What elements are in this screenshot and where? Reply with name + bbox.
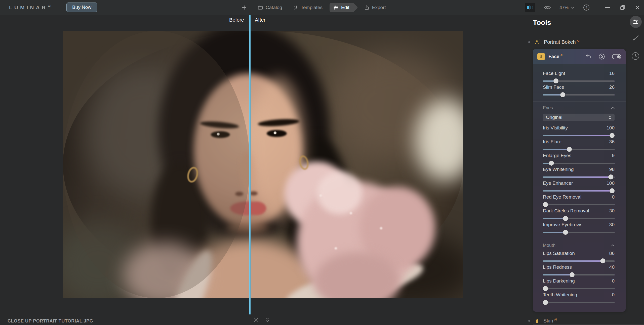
- slider-value: 0: [612, 292, 615, 298]
- slider-label: Lips Darkening: [543, 278, 575, 284]
- collapse-eyes-button[interactable]: [611, 107, 615, 109]
- slider-label: Iris Flare: [543, 139, 561, 145]
- slider-track[interactable]: [543, 286, 615, 291]
- reject-photo-button[interactable]: [254, 317, 259, 322]
- local-adjustments-button[interactable]: [631, 35, 639, 42]
- eyes-preset-dropdown[interactable]: Original: [543, 114, 615, 121]
- tool-item-label: SkinAI: [543, 318, 557, 324]
- tool-item-portrait-bokeh[interactable]: Portrait BokehAI: [533, 38, 626, 46]
- slider-head: Iris Visibility 100: [543, 125, 615, 131]
- slider-knob[interactable]: [553, 78, 558, 83]
- slider-knob[interactable]: [608, 174, 613, 179]
- edit-mask-button[interactable]: [598, 53, 605, 60]
- slider-knob[interactable]: [610, 188, 615, 193]
- slider-track[interactable]: [543, 78, 615, 83]
- slider-track[interactable]: [543, 272, 615, 277]
- tool-item-skin[interactable]: SkinAI: [533, 317, 626, 325]
- slider-row: Enlarge Eyes 9: [543, 153, 615, 166]
- collapse-mouth-button[interactable]: [611, 244, 615, 247]
- chevron-down-icon: [571, 7, 575, 9]
- slider-rail: [543, 204, 615, 205]
- heart-icon: [265, 317, 270, 322]
- magic-wand-icon: [293, 5, 298, 10]
- slider-track[interactable]: [543, 300, 615, 305]
- slider-head: Lips Redness 40: [543, 264, 615, 270]
- tab-edit[interactable]: Edit: [330, 3, 354, 12]
- slider-head: Improve Eyebrows 30: [543, 222, 615, 228]
- tab-templates[interactable]: Templates: [289, 3, 326, 12]
- slider-track[interactable]: [543, 133, 615, 138]
- close-window-button[interactable]: [635, 6, 639, 10]
- slider-track[interactable]: [543, 202, 615, 207]
- filename-label: CLOSE UP PORTRAIT TUTORIAL.JPG: [8, 318, 93, 324]
- slider-rail: [543, 190, 615, 192]
- slider-row: Lips Darkening 0: [543, 278, 615, 291]
- slider-track[interactable]: [543, 92, 615, 97]
- eyes-section: Eyes Original Iris Visibility 100: [533, 101, 626, 239]
- edit-tools-rail-button[interactable]: [630, 16, 642, 28]
- dropdown-chevrons-icon: [609, 115, 612, 119]
- photo-eye-glint: [274, 131, 276, 134]
- ai-badge: AI: [577, 39, 580, 42]
- add-photos-button[interactable]: [238, 3, 251, 12]
- minimize-icon: [605, 7, 610, 8]
- help-button[interactable]: ?: [583, 4, 590, 11]
- slider-track[interactable]: [543, 174, 615, 179]
- slider-value: 100: [607, 125, 615, 131]
- edited-indicator-dot: [528, 41, 530, 43]
- before-after-divider[interactable]: [249, 15, 251, 314]
- slider-row: Teeth Whitening 0: [543, 292, 615, 305]
- slider-row: Dark Circles Removal 30: [543, 208, 615, 221]
- slider-track[interactable]: [543, 188, 615, 193]
- slider-knob[interactable]: [543, 300, 548, 305]
- slider-knob[interactable]: [567, 147, 572, 152]
- restore-button[interactable]: [620, 5, 625, 10]
- slider-track[interactable]: [543, 161, 615, 166]
- slider-head: Iris Flare 36: [543, 139, 615, 145]
- slider-row: Eye Whitening 98: [543, 167, 615, 179]
- mouth-sliders: Lips Saturation 86 Lips Redness 40: [543, 251, 615, 305]
- slider-head: Teeth Whitening 0: [543, 292, 615, 298]
- slider-rail: [543, 94, 615, 96]
- face-tool-header[interactable]: FaceAI: [533, 49, 626, 64]
- app-logo: LUMINARAI: [9, 5, 52, 11]
- slider-track[interactable]: [543, 216, 615, 221]
- slider-knob[interactable]: [560, 92, 565, 97]
- slider-unfilled: [613, 176, 615, 178]
- slider-knob[interactable]: [600, 258, 605, 263]
- slider-knob[interactable]: [543, 202, 548, 207]
- slider-knob[interactable]: [570, 272, 575, 277]
- edit-sliders-icon: [333, 5, 339, 10]
- reset-tool-button[interactable]: [585, 54, 591, 59]
- slider-track[interactable]: [543, 147, 615, 152]
- photo-lips-after: [250, 202, 266, 215]
- eyes-section-title: Eyes: [543, 105, 553, 111]
- zoom-level-control[interactable]: 47%: [559, 5, 575, 10]
- favorite-photo-button[interactable]: [265, 317, 270, 322]
- slider-label: Lips Redness: [543, 264, 572, 270]
- slider-knob[interactable]: [563, 216, 568, 221]
- quick-preview-button[interactable]: [544, 5, 551, 10]
- slider-knob[interactable]: [563, 230, 568, 235]
- chevron-up-icon: [611, 107, 615, 109]
- slider-knob[interactable]: [549, 161, 554, 166]
- tab-catalog[interactable]: Catalog: [254, 3, 286, 12]
- slider-unfilled: [561, 94, 615, 96]
- slider-row: Eye Enhancer 100: [543, 180, 615, 193]
- portrait-bokeh-icon: [534, 39, 541, 45]
- slider-track[interactable]: [543, 230, 615, 235]
- slider-label: Teeth Whitening: [543, 292, 577, 298]
- slider-knob[interactable]: [543, 286, 548, 291]
- right-side-rail: [626, 15, 644, 325]
- history-button[interactable]: [631, 52, 640, 60]
- eyes-section-header: Eyes: [543, 105, 615, 111]
- tool-visibility-toggle[interactable]: [612, 54, 621, 59]
- window-controls: [605, 5, 639, 10]
- slider-knob[interactable]: [610, 133, 615, 138]
- slider-value: 40: [609, 264, 615, 270]
- slider-track[interactable]: [543, 258, 615, 263]
- tab-export[interactable]: Export: [360, 3, 389, 12]
- compare-view-button[interactable]: [525, 3, 535, 12]
- buy-now-button[interactable]: Buy Now: [66, 3, 97, 12]
- minimize-button[interactable]: [605, 7, 610, 8]
